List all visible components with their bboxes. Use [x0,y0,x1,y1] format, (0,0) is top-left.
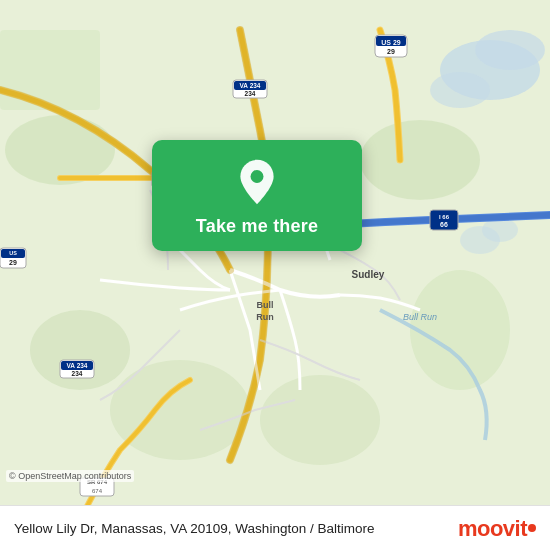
svg-text:US: US [9,250,17,256]
osm-attribution: © OpenStreetMap contributors [6,470,134,482]
svg-text:234: 234 [72,370,83,377]
osm-text: © OpenStreetMap contributors [9,471,131,481]
svg-point-9 [410,270,510,390]
svg-point-2 [475,30,545,70]
moovit-logo-dot [528,524,536,532]
svg-text:US 29: US 29 [381,39,401,46]
svg-point-7 [5,115,115,185]
svg-text:I 66: I 66 [439,214,450,220]
map-container: US 29 29 VA 234 234 VA 234 234 VA 234 23… [0,0,550,550]
svg-text:29: 29 [387,48,395,55]
moovit-logo-text: moovit [458,516,527,542]
location-pin-icon [233,158,281,206]
svg-point-11 [260,375,380,465]
svg-text:29: 29 [9,259,17,266]
svg-point-3 [430,72,490,108]
take-me-card[interactable]: Take me there [152,140,362,251]
svg-text:234: 234 [245,90,256,97]
svg-text:Bull: Bull [257,300,274,310]
svg-text:674: 674 [92,488,103,494]
svg-point-43 [251,170,264,183]
svg-point-8 [360,120,480,200]
svg-point-10 [110,360,250,460]
take-me-label: Take me there [196,216,318,237]
address-text: Yellow Lily Dr, Manassas, VA 20109, Wash… [14,520,448,538]
moovit-logo: moovit [458,516,536,542]
svg-text:Run: Run [256,312,274,322]
svg-text:Sudley: Sudley [352,269,385,280]
map-svg: US 29 29 VA 234 234 VA 234 234 VA 234 23… [0,0,550,550]
svg-text:Bull Run: Bull Run [403,312,437,322]
svg-text:VA 234: VA 234 [67,362,88,369]
svg-text:66: 66 [440,221,448,228]
bottom-bar: Yellow Lily Dr, Manassas, VA 20109, Wash… [0,505,550,550]
svg-text:VA 234: VA 234 [240,82,261,89]
